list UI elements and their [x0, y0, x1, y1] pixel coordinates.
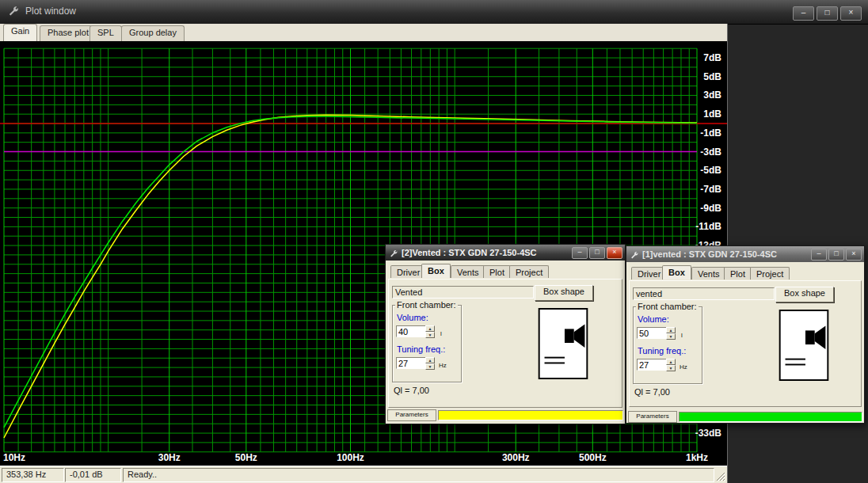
spin-up-icon[interactable]: ▲	[425, 357, 435, 363]
tab-spl[interactable]: SPL	[89, 25, 122, 41]
volume-input[interactable]	[637, 327, 667, 339]
front-chamber-group-label: Front chamber:	[636, 302, 699, 311]
svg-text:-1dB: -1dB	[700, 127, 721, 139]
ql-value: Ql = 7,00	[394, 386, 429, 395]
tuning-freq-input[interactable]	[396, 357, 426, 369]
tuning-freq-spinner: ▲ ▼	[666, 359, 676, 371]
box-window-1: [1]vented : STX GDN 27-150-4SC – □ × Dri…	[626, 245, 865, 424]
box-window-1-controls: – □ ×	[811, 249, 862, 261]
tab-plot[interactable]: Plot	[483, 265, 511, 278]
parameters-bottom-tab[interactable]: Parameters	[628, 411, 677, 423]
box-name-field[interactable]: vented	[633, 287, 775, 300]
spin-up-icon[interactable]: ▲	[666, 359, 676, 365]
svg-text:-9dB: -9dB	[700, 203, 721, 214]
application-window: Plot window – □ × Gain Phase plot SPL Gr…	[0, 0, 868, 483]
parameters-bottom-tab[interactable]: Parameters	[387, 409, 436, 421]
box-shape-button[interactable]: Box shape	[535, 285, 593, 301]
close-button[interactable]: ×	[846, 249, 862, 261]
box-window-1-client: Driver Box Vents Plot Project vented Box…	[626, 262, 864, 423]
status-cursor-gain: -0,01 dB	[65, 468, 121, 482]
curve-color-indicator	[438, 410, 623, 420]
wrench-icon	[630, 249, 639, 259]
box-window-2-titlebar[interactable]: [2]Vented : STX GDN 27-150-4SC – □ ×	[386, 245, 625, 261]
window-controls: – □ ×	[793, 6, 862, 21]
tuning-freq-input[interactable]	[637, 359, 667, 371]
maximize-button[interactable]: □	[828, 249, 844, 261]
svg-text:-11dB: -11dB	[695, 221, 721, 232]
resize-grip[interactable]	[715, 470, 725, 481]
svg-text:30Hz: 30Hz	[158, 452, 181, 463]
svg-text:5dB: 5dB	[703, 71, 721, 82]
minimize-button[interactable]: –	[811, 249, 827, 261]
window-title: Plot window	[25, 6, 76, 17]
spin-down-icon[interactable]: ▼	[666, 333, 676, 340]
close-button[interactable]: ×	[840, 6, 862, 21]
box-window-1-title: [1]vented : STX GDN 27-150-4SC	[642, 249, 777, 259]
svg-text:300Hz: 300Hz	[502, 452, 530, 463]
tab-phase-plot[interactable]: Phase plot	[40, 25, 97, 41]
volume-spinner: ▲ ▼	[425, 325, 435, 337]
tab-project[interactable]: Project	[509, 265, 549, 278]
svg-text:100Hz: 100Hz	[337, 452, 364, 463]
minimize-button[interactable]: –	[572, 247, 588, 259]
tab-project[interactable]: Project	[750, 267, 790, 280]
volume-label: Volume:	[397, 313, 428, 322]
tuning-freq-unit: Hz	[680, 363, 687, 371]
box-shape-diagram	[536, 308, 590, 379]
tuning-freq-spinner: ▲ ▼	[425, 357, 435, 369]
svg-text:1dB: 1dB	[703, 108, 721, 120]
close-button[interactable]: ×	[607, 247, 622, 259]
spin-down-icon[interactable]: ▼	[666, 365, 676, 371]
status-message: Ready..	[123, 468, 714, 482]
tuning-freq-label: Tuning freq.:	[638, 346, 686, 356]
tab-vents[interactable]: Vents	[451, 265, 485, 278]
box-shape-button[interactable]: Box shape	[775, 287, 834, 302]
svg-text:3dB: 3dB	[703, 89, 721, 101]
box-window-2-controls: – □ ×	[572, 247, 622, 259]
maximize-button[interactable]: □	[817, 6, 838, 21]
box-window-2-client: Driver Box Vents Plot Project Vented Box…	[386, 261, 625, 424]
box-window-2-title: [2]Vented : STX GDN 27-150-4SC	[402, 248, 537, 257]
svg-text:-7dB: -7dB	[700, 184, 721, 195]
tuning-freq-unit: Hz	[439, 362, 447, 369]
box-window-1-titlebar[interactable]: [1]vented : STX GDN 27-150-4SC – □ ×	[626, 246, 864, 262]
volume-input[interactable]	[396, 325, 426, 337]
ql-value: Ql = 7,00	[634, 387, 670, 397]
tab-box[interactable]: Box	[421, 264, 451, 278]
tab-group-delay[interactable]: Group delay	[121, 25, 185, 41]
tab-vents[interactable]: Vents	[691, 267, 726, 280]
spin-down-icon[interactable]: ▼	[425, 332, 435, 338]
main-titlebar[interactable]: Plot window – □ ×	[0, 0, 868, 25]
wrench-icon	[389, 248, 398, 257]
spin-up-icon[interactable]: ▲	[425, 325, 435, 332]
box-shape-diagram	[777, 310, 831, 381]
status-bar: 353,38 Hz -0,01 dB Ready..	[0, 466, 727, 483]
box-window-2: [2]Vented : STX GDN 27-150-4SC – □ × Dri…	[385, 244, 626, 424]
volume-spinner: ▲ ▼	[666, 327, 676, 339]
svg-text:-3dB: -3dB	[700, 146, 721, 158]
minimize-button[interactable]: –	[793, 6, 814, 21]
volume-unit: l	[440, 330, 442, 337]
box-name-field[interactable]: Vented	[392, 286, 534, 299]
tab-plot[interactable]: Plot	[724, 267, 752, 280]
front-chamber-group-label: Front chamber:	[395, 300, 458, 310]
wrench-icon	[7, 6, 20, 18]
svg-text:1kHz: 1kHz	[686, 452, 708, 463]
svg-text:-5dB: -5dB	[700, 165, 721, 176]
status-cursor-frequency: 353,38 Hz	[2, 468, 64, 482]
volume-unit: l	[681, 332, 683, 339]
svg-text:500Hz: 500Hz	[579, 452, 607, 463]
spin-up-icon[interactable]: ▲	[666, 327, 676, 333]
tuning-freq-label: Tuning freq.:	[397, 344, 445, 354]
tab-box[interactable]: Box	[662, 265, 691, 280]
svg-text:50Hz: 50Hz	[235, 452, 257, 463]
volume-label: Volume:	[638, 314, 669, 324]
svg-text:7dB: 7dB	[703, 52, 721, 63]
svg-text:10Hz: 10Hz	[3, 452, 25, 463]
maximize-button[interactable]: □	[589, 247, 605, 259]
plot-tabbar: Gain Phase plot SPL Group delay	[0, 24, 727, 41]
spin-down-icon[interactable]: ▼	[425, 363, 435, 370]
curve-color-indicator	[679, 412, 862, 422]
svg-text:-33dB: -33dB	[695, 428, 722, 439]
tab-gain[interactable]: Gain	[3, 24, 37, 41]
